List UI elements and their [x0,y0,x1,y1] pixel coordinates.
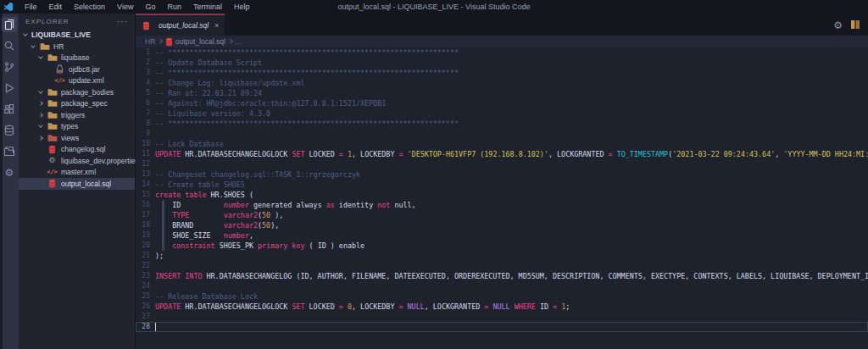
breadcrumb-item-[interactable]: ... [235,37,241,46]
line-number[interactable]: 24 [136,281,150,291]
line-number[interactable]: 27 [136,312,150,322]
code-line-28[interactable]: 28 [136,322,868,332]
line-number[interactable]: 23 [136,271,150,281]
line-number[interactable]: 1 [136,47,150,58]
code-line-13[interactable]: 13-- Changeset changelog.sql::TASK_1::rg… [136,169,868,180]
code-line-4[interactable]: 4-- Change Log: liquibase/update.xml [136,78,868,88]
tree-item-master-xml[interactable]: </>master.xml [19,167,135,179]
code-line-8[interactable]: 8-- ************************************… [136,119,868,129]
code-line-26[interactable]: 26UPDATE HR.DATABASECHANGELOGLOCK SET LO… [136,302,868,312]
line-number[interactable]: 11 [136,149,150,159]
tree-item-output-local-sql[interactable]: output_local.sql [19,178,135,190]
tree-item-liquibase-dev-properties[interactable]: ⚙liquibase_dev.properties [19,155,135,167]
line-number[interactable]: 10 [136,139,150,149]
tree-item-types[interactable]: types [19,121,135,133]
line-number[interactable]: 4 [136,78,150,88]
line-number[interactable]: 26 [136,302,150,312]
code-line-9[interactable]: 9 [136,129,868,139]
settings-gear-icon[interactable]: ⚙ [833,17,843,32]
code-line-21[interactable]: 21); [136,251,868,261]
line-number[interactable]: 17 [136,210,150,220]
activity-run-debug-icon[interactable] [0,77,19,98]
tree-root-liquibase-live[interactable]: LIQUIBASE_LIVE [19,29,135,41]
menu-run[interactable]: Run [161,0,187,14]
line-number[interactable]: 21 [136,251,150,261]
line-number[interactable]: 12 [136,159,150,169]
menu-view[interactable]: View [111,0,139,14]
menu-go[interactable]: Go [139,0,161,14]
tree-item-update-xml[interactable]: </>update.xml [19,75,135,87]
code-editor[interactable]: 1-- ************************************… [136,47,868,349]
tree-item-triggers[interactable]: triggers [19,109,135,121]
line-number[interactable]: 22 [136,261,150,271]
line-number[interactable]: 16 [136,200,150,210]
close-icon[interactable]: × [214,22,219,30]
code-line-27[interactable]: 27 [136,312,868,322]
code-line-5[interactable]: 5-- Ran at: 22.03.21 09:24 [136,88,868,98]
code-line-2[interactable]: 2-- Update Database Script [136,58,868,68]
line-number[interactable]: 20 [136,241,150,251]
code-line-12[interactable]: 12 [136,159,868,169]
line-number[interactable]: 3 [136,68,150,78]
menu-edit[interactable]: Edit [43,0,69,14]
line-number[interactable]: 14 [136,180,150,190]
line-content: -- Lock Database [150,139,224,149]
code-line-15[interactable]: 15create table HR.SHOES ( [136,190,868,200]
line-content: -- *************************************… [150,47,459,58]
code-line-1[interactable]: 1-- ************************************… [136,47,868,58]
line-number[interactable]: 8 [136,119,150,129]
line-number[interactable]: 15 [136,190,150,200]
breadcrumb-separator-icon [159,40,163,44]
code-line-11[interactable]: 11UPDATE HR.DATABASECHANGELOGLOCK SET LO… [136,149,868,159]
breadcrumb-item-hr[interactable]: HR [145,37,155,46]
editor-actions: ⚙ [833,14,868,36]
code-line-7[interactable]: 7-- Liquibase version: 4.3.0 [136,108,868,119]
chevron-down-icon [38,89,43,94]
tree-item-package-bodies[interactable]: package_bodies [19,86,135,98]
menu-help[interactable]: Help [228,0,256,14]
tree-item-liquibase[interactable]: liquibase [19,53,135,64]
code-line-23[interactable]: 23INSERT INTO HR.DATABASECHANGELOG (ID, … [136,271,868,281]
line-number[interactable]: 2 [136,58,150,68]
code-line-20[interactable]: 20 constraint SHOES_PK primary key ( ID … [136,241,868,251]
tree-item-package-spec[interactable]: package_spec [19,98,135,110]
activity-folder-library-icon[interactable] [0,141,19,162]
line-number[interactable]: 25 [136,291,150,302]
code-line-10[interactable]: 10-- Lock Database [136,139,868,149]
code-line-14[interactable]: 14-- Create table SHOES [136,180,868,190]
split-editor-icon[interactable] [850,19,860,30]
line-number[interactable]: 28 [136,322,150,332]
activity-explorer-icon[interactable] [0,14,19,35]
line-number[interactable]: 5 [136,88,150,98]
code-line-17[interactable]: 17 TYPE varchar2(50 ), [136,210,868,220]
activity-database-icon[interactable] [0,119,19,141]
tree-item-ojdbc8-jar[interactable]: ojdbc8.jar [19,64,135,75]
activity-settings-gear-icon[interactable]: ⚙ [0,162,19,183]
code-line-6[interactable]: 6-- Against: HR@jdbc:oracle:thin:@127.0.… [136,98,868,108]
breadcrumb-item-output-local-sql[interactable]: output_local.sql [165,37,225,47]
activity-extensions-icon[interactable] [0,98,19,119]
code-line-16[interactable]: 16 ID number generated always as identit… [136,200,868,210]
line-number[interactable]: 18 [136,220,150,230]
tree-item-views[interactable]: views [19,132,135,144]
code-line-24[interactable]: 24 [136,281,868,291]
code-line-22[interactable]: 22 [136,261,868,271]
menu-file[interactable]: File [19,0,43,14]
code-line-19[interactable]: 19 SHOE_SIZE number, [136,230,868,241]
activity-search-icon[interactable] [0,35,19,56]
code-line-3[interactable]: 3-- ************************************… [136,68,868,78]
menu-selection[interactable]: Selection [68,0,111,14]
line-number[interactable]: 9 [136,129,150,139]
explorer-more-actions-icon[interactable]: ··· [117,17,128,26]
tree-item-changelog-sql[interactable]: changelog.sql [19,144,135,156]
tree-item-hr[interactable]: HR [19,41,135,53]
tab-output-local-sql[interactable]: output_local.sql × [136,14,225,36]
line-number[interactable]: 19 [136,230,150,241]
code-line-18[interactable]: 18 BRAND varchar2(50), [136,220,868,230]
code-line-25[interactable]: 25-- Release Database Lock [136,291,868,302]
line-number[interactable]: 13 [136,169,150,180]
activity-source-control-icon[interactable] [0,56,19,77]
line-number[interactable]: 6 [136,98,150,108]
menu-terminal[interactable]: Terminal [187,0,228,14]
line-number[interactable]: 7 [136,108,150,119]
